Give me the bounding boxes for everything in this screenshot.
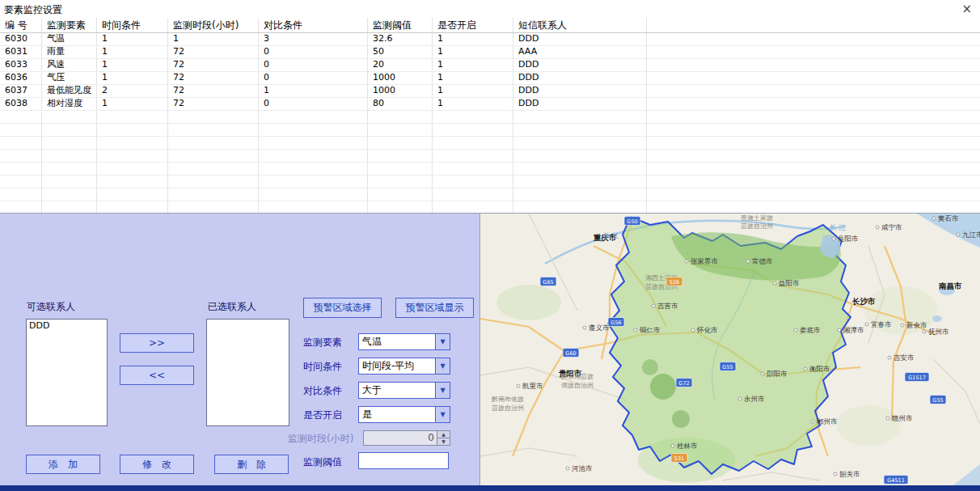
table-cell: 0 (259, 59, 368, 71)
map-area-label: 侗族自治州 (561, 382, 593, 389)
table-cell (513, 176, 647, 188)
table-cell (259, 201, 368, 213)
city-marker-icon (832, 237, 835, 240)
table-cell (368, 137, 433, 149)
contact-item[interactable]: DDD (27, 320, 107, 332)
column-header[interactable]: 短信联系人 (513, 18, 647, 32)
table-cell (168, 150, 259, 162)
table-cell: 72 (168, 72, 259, 84)
column-header[interactable]: 时间条件 (97, 18, 168, 32)
table-cell (0, 150, 42, 162)
column-header[interactable]: 监测时段(小时) (168, 18, 259, 32)
table-cell (647, 111, 980, 123)
dropdown-arrow-icon[interactable]: ▼ (435, 407, 450, 422)
table-cell (259, 137, 368, 149)
add-button[interactable]: 添 加 (26, 455, 100, 474)
table-cell (0, 163, 42, 175)
table-cell (433, 150, 513, 162)
element-select[interactable]: 气温 ▼ (358, 333, 450, 350)
city-marker-icon (566, 467, 569, 470)
table-row (0, 150, 980, 163)
spin-up-icon[interactable]: ▲ (437, 431, 450, 438)
table-cell (0, 124, 42, 136)
table-cell (42, 176, 97, 188)
table-row[interactable]: 6031雨量1720501AAA (0, 46, 980, 59)
table-cell (368, 124, 433, 136)
table-cell (513, 124, 647, 136)
field-label-compare-condition: 对比条件 (303, 384, 342, 398)
field-label-element: 监测要素 (303, 336, 342, 349)
table-cell (513, 201, 647, 213)
map-city-label: 永州市 (744, 395, 765, 403)
table-row[interactable]: 6038相对湿度1720801DDD (0, 98, 980, 111)
map-city-label: 新余市 (906, 321, 927, 329)
table-row (0, 111, 980, 124)
table-cell (647, 188, 980, 201)
dropdown-arrow-icon[interactable]: ▼ (435, 358, 450, 374)
column-header[interactable]: 编 号 (0, 18, 42, 32)
threshold-input[interactable] (358, 452, 449, 469)
column-header[interactable]: 监测要素 (42, 18, 97, 32)
table-cell: 1 (97, 98, 168, 110)
spin-down-icon[interactable]: ▼ (437, 438, 450, 445)
move-left-button[interactable]: << (120, 366, 194, 385)
table-row[interactable]: 6033风速1720201DDD (0, 59, 980, 72)
table-row[interactable]: 6030气温11332.61DDD (0, 33, 980, 46)
table-cell: 1000 (368, 85, 433, 97)
table-cell (0, 137, 42, 149)
window-title: 要素监控设置 (4, 3, 62, 17)
city-marker-icon (811, 420, 814, 423)
table-cell (97, 111, 168, 123)
map-city-label: 长沙市 (851, 297, 876, 306)
table-cell (368, 150, 433, 162)
table-cell: 1 (97, 46, 168, 58)
map-view[interactable]: 重庆市遵义市贵阳市凯里市河池市桂林市郴州市韶关市赣州市吉安市新余市抚州市宜春市南… (479, 213, 980, 485)
available-contacts-list[interactable]: DDD (26, 319, 108, 426)
table-cell: 1 (433, 59, 513, 71)
column-header[interactable]: 监测阈值 (368, 18, 433, 32)
dropdown-arrow-icon[interactable]: ▼ (435, 334, 450, 349)
period-spinner[interactable]: 0 ▲ ▼ (363, 430, 450, 446)
road-shield-label: G4511 (887, 477, 905, 484)
city-marker-icon (888, 356, 891, 359)
city-marker-icon (804, 367, 807, 370)
table-cell (368, 111, 433, 123)
table-cell (259, 188, 368, 201)
table-cell: 72 (168, 46, 259, 58)
field-label-threshold: 监测阈值 (303, 455, 342, 469)
time-condition-select[interactable]: 时间段-平均 ▼ (358, 358, 450, 375)
column-header[interactable]: 对比条件 (259, 18, 368, 32)
map-city-label: 河池市 (572, 464, 593, 472)
column-header[interactable]: 是否开启 (433, 18, 513, 32)
table-cell: 1 (97, 59, 168, 71)
city-marker-icon (876, 226, 879, 229)
table-cell (647, 176, 980, 188)
table-cell: DDD (513, 59, 647, 71)
compare-condition-select[interactable]: 大于 ▼ (358, 382, 450, 399)
warning-area-select-button[interactable]: 预警区域选择 (303, 298, 382, 318)
city-marker-icon (886, 417, 889, 420)
table-cell (97, 137, 168, 149)
selected-contacts-list[interactable] (206, 319, 289, 426)
enabled-select[interactable]: 是 ▼ (358, 406, 450, 423)
table-cell (433, 163, 513, 175)
table-cell (647, 98, 980, 110)
period-spinner-value: 0 (364, 431, 437, 445)
table-cell (42, 137, 97, 149)
table-cell: 20 (368, 59, 433, 71)
delete-button[interactable]: 删 除 (214, 455, 289, 474)
table-row[interactable]: 6036气压172010001DDD (0, 72, 980, 85)
element-monitor-window: 要素监控设置 × 编 号监测要素时间条件监测时段(小时)对比条件监测阈值是否开启… (0, 0, 980, 491)
column-header[interactable] (647, 18, 980, 32)
table-cell (647, 59, 980, 71)
table-cell (647, 33, 980, 45)
table-cell: 6036 (0, 72, 42, 84)
close-icon[interactable]: × (961, 1, 972, 17)
table-row[interactable]: 6037最低能见度272110001DDD (0, 85, 980, 98)
city-marker-icon (794, 328, 797, 332)
modify-button[interactable]: 修 改 (120, 455, 194, 474)
move-right-button[interactable]: >> (120, 333, 194, 353)
dropdown-arrow-icon[interactable]: ▼ (435, 383, 450, 398)
road-shield-label: G55 (932, 397, 943, 404)
warning-area-show-button[interactable]: 预警区域显示 (395, 298, 474, 318)
